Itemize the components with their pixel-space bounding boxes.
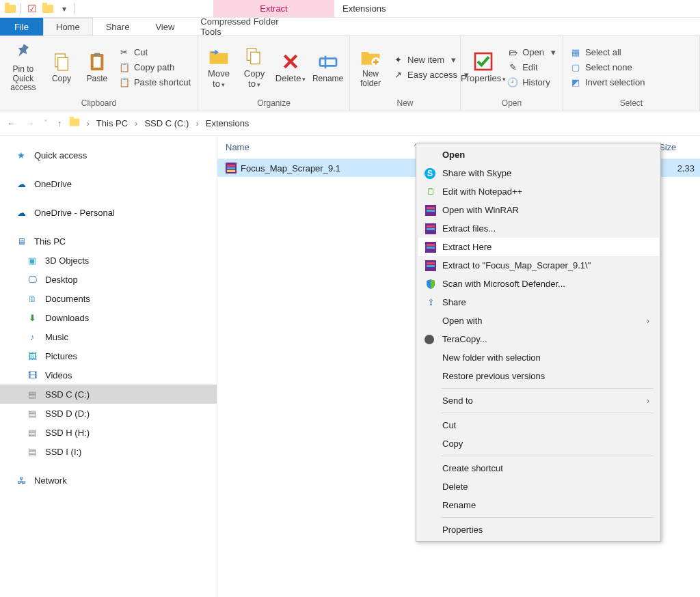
qat-properties-icon[interactable]: ☑ xyxy=(24,1,39,16)
teracopy-icon xyxy=(425,335,434,344)
ctx-properties[interactable]: Properties xyxy=(418,520,659,539)
delete-button[interactable]: Delete▾ xyxy=(273,49,308,85)
ctx-share-skype[interactable]: SShare with Skype xyxy=(418,164,659,182)
ctx-copy[interactable]: Copy xyxy=(418,434,659,453)
ctx-defender[interactable]: Scan with Microsoft Defender... xyxy=(418,275,659,293)
paste-shortcut-button[interactable]: 📋Paste shortcut xyxy=(116,76,193,89)
ribbon: Pin to Quick access Copy Paste ✂Cut 📋Cop… xyxy=(0,36,700,111)
nav-quick-access[interactable]: ★Quick access xyxy=(0,145,217,165)
main-split: ★Quick access ☁OneDrive ☁OneDrive - Pers… xyxy=(0,136,700,597)
nav-pictures[interactable]: 🖼Pictures xyxy=(0,346,217,365)
separator xyxy=(441,388,654,389)
nav-music[interactable]: ♪Music xyxy=(0,327,217,346)
nav-ssd-h[interactable]: ▤SSD H (H:) xyxy=(0,423,217,442)
history-button[interactable]: 🕘History xyxy=(504,76,558,89)
pin-to-quick-access-button[interactable]: Pin to Quick access xyxy=(4,40,42,94)
paste-shortcut-icon: 📋 xyxy=(119,77,130,88)
nav-buttons: ← → ˅ ↑ xyxy=(7,118,62,128)
select-none-button[interactable]: ▢Select none xyxy=(567,61,647,74)
ctx-restore-versions[interactable]: Restore previous versions xyxy=(418,367,659,385)
ctx-teracopy[interactable]: TeraCopy... xyxy=(418,330,659,348)
nav-onedrive[interactable]: ☁OneDrive xyxy=(0,174,217,193)
svg-rect-14 xyxy=(227,170,235,172)
forward-button[interactable]: → xyxy=(25,118,34,128)
easy-access-button[interactable]: ↗Easy access▾ xyxy=(390,68,472,82)
nav-this-pc[interactable]: 🖥This PC xyxy=(0,232,217,251)
chevron-right-icon: › xyxy=(647,316,649,326)
nav-onedrive-personal[interactable]: ☁OneDrive - Personal xyxy=(0,203,217,222)
breadcrumb[interactable]: › This PC › SSD C (C:) › Extensions xyxy=(69,118,694,128)
ctx-share[interactable]: ⇪Share xyxy=(418,293,659,311)
history-icon: 🕘 xyxy=(507,77,518,88)
extract-tab-header[interactable]: Extract xyxy=(213,0,334,17)
ctx-open[interactable]: Open xyxy=(418,145,659,164)
folder-icon[interactable] xyxy=(3,1,18,16)
pictures-icon: 🖼 xyxy=(26,350,38,362)
properties-button[interactable]: Properties▾ xyxy=(465,49,502,85)
ctx-extract-files[interactable]: Extract files... xyxy=(418,219,659,238)
nav-3d-objects[interactable]: ▣3D Objects xyxy=(0,251,217,270)
copy-to-button[interactable]: Copy to▾ xyxy=(238,44,271,91)
ctx-new-folder-selection[interactable]: New folder with selection xyxy=(418,348,659,367)
ctx-open-with[interactable]: Open with› xyxy=(418,311,659,330)
cut-button[interactable]: ✂Cut xyxy=(116,46,193,59)
ctx-extract-here[interactable]: Extract Here xyxy=(418,238,659,256)
nav-downloads[interactable]: ⬇Downloads xyxy=(0,308,217,327)
chevron-right-icon[interactable]: › xyxy=(84,118,92,128)
svg-rect-22 xyxy=(427,244,435,246)
move-to-button[interactable]: Move to▾ xyxy=(202,44,235,91)
nav-videos[interactable]: 🎞Videos xyxy=(0,365,217,385)
up-button[interactable]: ↑ xyxy=(57,118,62,128)
extensions-title: Extensions xyxy=(334,0,396,17)
paste-button[interactable]: Paste xyxy=(81,50,113,85)
col-name[interactable]: Name˄ xyxy=(217,142,433,152)
ctx-open-winrar[interactable]: Open with WinRAR xyxy=(418,201,659,219)
ctx-delete[interactable]: Delete xyxy=(418,477,659,496)
share-icon: ⇪ xyxy=(425,296,437,309)
navigation-pane: ★Quick access ☁OneDrive ☁OneDrive - Pers… xyxy=(0,136,217,597)
breadcrumb-drive[interactable]: SSD C (C:) xyxy=(144,118,189,128)
open-button[interactable]: 🗁Open▾ xyxy=(504,46,558,59)
breadcrumb-folder[interactable]: Extensions xyxy=(206,118,250,128)
shield-icon xyxy=(425,278,437,290)
tab-share[interactable]: Share xyxy=(93,18,143,36)
drive-icon: ▤ xyxy=(26,445,38,458)
recent-dropdown[interactable]: ˅ xyxy=(44,119,48,128)
invert-selection-button[interactable]: ◩Invert selection xyxy=(567,76,647,89)
nav-ssd-c[interactable]: ▤SSD C (C:) xyxy=(0,385,217,404)
ctx-create-shortcut[interactable]: Create shortcut xyxy=(418,459,659,477)
nav-documents[interactable]: 🗎Documents xyxy=(0,289,217,308)
new-item-button[interactable]: ✦New item▾ xyxy=(390,53,472,67)
ctx-rename[interactable]: Rename xyxy=(418,496,659,514)
tab-file[interactable]: File xyxy=(0,18,43,36)
ctx-extract-to[interactable]: Extract to "Focus_Map_Scraper_9.1\" xyxy=(418,256,659,275)
qat-dropdown-icon[interactable]: ▾ xyxy=(57,1,72,16)
desktop-icon: 🖵 xyxy=(26,273,38,286)
tab-home[interactable]: Home xyxy=(43,18,93,36)
breadcrumb-thispc[interactable]: This PC xyxy=(96,118,128,128)
ctx-cut[interactable]: Cut xyxy=(418,416,659,434)
chevron-right-icon[interactable]: › xyxy=(132,118,140,128)
new-folder-button[interactable]: New folder xyxy=(354,45,387,90)
tab-view[interactable]: View xyxy=(142,18,187,36)
chevron-right-icon[interactable]: › xyxy=(193,118,201,128)
ctx-send-to[interactable]: Send to› xyxy=(418,391,659,410)
back-button[interactable]: ← xyxy=(7,118,16,128)
scissors-icon: ✂ xyxy=(119,47,130,58)
tab-compressed-folder-tools[interactable]: Compressed Folder Tools xyxy=(187,18,308,36)
rename-button[interactable]: Rename xyxy=(310,50,345,85)
nav-ssd-d[interactable]: ▤SSD D (D:) xyxy=(0,404,217,423)
downloads-icon: ⬇ xyxy=(26,311,38,324)
select-all-button[interactable]: ▦Select all xyxy=(567,46,647,59)
ctx-edit-notepad[interactable]: 🗒Edit with Notepad++ xyxy=(418,182,659,201)
drive-icon: ▤ xyxy=(26,407,38,419)
nav-network[interactable]: 🖧Network xyxy=(0,471,217,490)
copy-button[interactable]: Copy xyxy=(45,50,78,85)
svg-rect-20 xyxy=(427,228,435,230)
videos-icon: 🎞 xyxy=(26,369,38,381)
nav-desktop[interactable]: 🖵Desktop xyxy=(0,270,217,289)
edit-button[interactable]: ✎Edit xyxy=(504,61,558,74)
copy-path-button[interactable]: 📋Copy path xyxy=(116,61,193,74)
nav-ssd-i[interactable]: ▤SSD I (I:) xyxy=(0,442,217,461)
qat-folder-icon[interactable] xyxy=(40,1,55,16)
